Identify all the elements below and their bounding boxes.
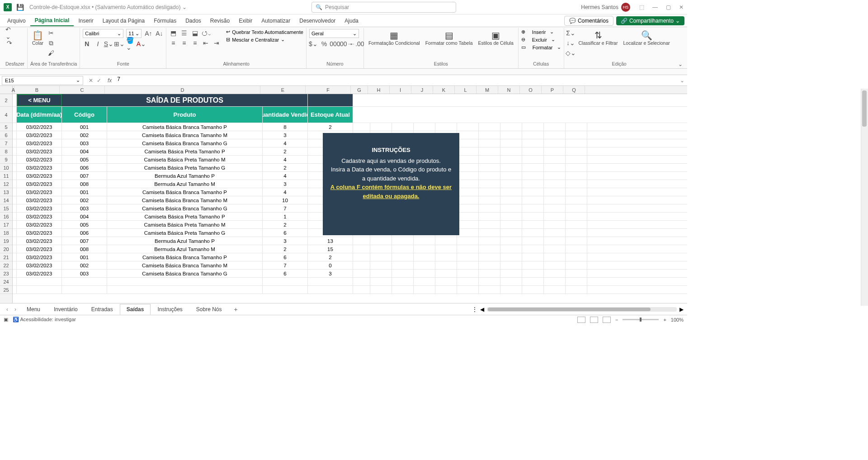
cell-date[interactable]: 03/02/2023	[17, 213, 62, 220]
ribbon-tab-desenvolvedor[interactable]: Desenvolvedor	[295, 16, 340, 26]
sheet-title[interactable]: SAÍDA DE PRODUTOS	[62, 94, 308, 106]
cell[interactable]	[435, 237, 457, 245]
cell[interactable]	[435, 278, 457, 285]
cell[interactable]	[544, 164, 566, 171]
cell[interactable]	[544, 147, 566, 155]
ribbon-tab-automatizar[interactable]: Automatizar	[257, 16, 295, 26]
page-layout-view-button[interactable]	[590, 317, 598, 323]
cell[interactable]	[414, 278, 435, 285]
cell[interactable]	[17, 286, 62, 294]
cell-code[interactable]: 007	[62, 237, 107, 245]
cut-button[interactable]: ✂	[47, 29, 55, 37]
cell-stock[interactable]: 2	[308, 253, 353, 261]
cell[interactable]	[414, 123, 435, 131]
underline-button[interactable]: S⌄	[104, 40, 113, 48]
cell-product[interactable]: Camiseta Básica Branca Tamanho G	[107, 270, 263, 277]
cell[interactable]	[479, 156, 500, 163]
cell[interactable]	[500, 270, 522, 277]
cell[interactable]	[263, 286, 308, 294]
cancel-formula-icon[interactable]: ✕	[89, 77, 93, 84]
cell[interactable]	[479, 213, 500, 220]
cell-code[interactable]: 002	[62, 196, 107, 204]
sheet-options-icon[interactable]: ⋮	[472, 306, 477, 313]
row-header[interactable]: 23	[0, 270, 12, 278]
clear-button[interactable]: ◇⌄	[567, 49, 575, 57]
macro-record-icon[interactable]: ▣	[4, 317, 8, 322]
cell-date[interactable]: 03/02/2023	[17, 261, 62, 269]
cell-product[interactable]: Camiseta Básica Branca Tamanho G	[107, 139, 263, 147]
cell-date[interactable]: 03/02/2023	[17, 156, 62, 163]
user-info[interactable]: Hermes Santos HS	[581, 3, 630, 12]
sheet-nav-prev[interactable]: ‹	[4, 306, 11, 313]
cell[interactable]	[522, 270, 544, 277]
cell[interactable]	[13, 147, 17, 155]
format-table-button[interactable]: ▤Formatar como Tabela	[424, 29, 475, 47]
menu-button[interactable]: < MENU	[17, 94, 62, 106]
cell-date[interactable]: 03/02/2023	[17, 123, 62, 131]
cell[interactable]	[392, 270, 414, 277]
header-date[interactable]: Data (dd/mm/aa)	[17, 107, 62, 123]
cell-date[interactable]: 03/02/2023	[17, 204, 62, 212]
row-header[interactable]: 19	[0, 237, 12, 245]
borders-button[interactable]: ⊞⌄	[115, 40, 123, 48]
cell-product[interactable]: Bermuda Azul Tamanho P	[107, 237, 263, 245]
cell[interactable]	[457, 286, 479, 294]
cell[interactable]	[353, 270, 370, 277]
font-color-button[interactable]: A⌄	[137, 40, 145, 48]
cell-product[interactable]: Camiseta Básica Preta Tamanho M	[107, 156, 263, 163]
cell[interactable]	[435, 270, 457, 277]
cell-code[interactable]: 004	[62, 147, 107, 155]
cell[interactable]	[13, 94, 17, 106]
column-header[interactable]: D	[105, 86, 260, 94]
cell-qty[interactable]: 3	[263, 180, 308, 188]
indent-decrease-button[interactable]: ⇤	[202, 39, 210, 47]
cell[interactable]	[522, 237, 544, 245]
cell[interactable]	[566, 180, 587, 188]
cell[interactable]	[457, 131, 479, 139]
cell[interactable]	[13, 172, 17, 180]
expand-formula-icon[interactable]: ⌄	[677, 77, 687, 84]
cell[interactable]	[566, 245, 587, 253]
cell[interactable]	[479, 270, 500, 277]
ribbon-tab-ajuda[interactable]: Ajuda	[340, 16, 363, 26]
cell[interactable]	[392, 245, 414, 253]
cell-qty[interactable]: 4	[263, 139, 308, 147]
minimize-icon[interactable]: —	[652, 4, 658, 10]
cell[interactable]	[308, 286, 353, 294]
cell-qty[interactable]: 4	[263, 172, 308, 180]
cell-code[interactable]: 002	[62, 261, 107, 269]
column-header[interactable]: I	[390, 86, 411, 94]
cell-date[interactable]: 03/02/2023	[17, 131, 62, 139]
currency-button[interactable]: $⌄	[309, 40, 317, 48]
cell[interactable]	[522, 164, 544, 171]
cell[interactable]	[522, 261, 544, 269]
cell[interactable]	[457, 245, 479, 253]
row-header[interactable]: 17	[0, 221, 12, 229]
row-header[interactable]: 7	[0, 139, 12, 147]
cell[interactable]	[522, 286, 544, 294]
cell-code[interactable]: 008	[62, 245, 107, 253]
name-box[interactable]: E15⌄	[2, 76, 83, 85]
close-icon[interactable]: ✕	[679, 4, 684, 10]
cell[interactable]	[522, 139, 544, 147]
cell-product[interactable]: Camiseta Básica Branca Tamanho M	[107, 196, 263, 204]
cell[interactable]	[566, 123, 587, 131]
header-stock[interactable]: Estoque Atual	[308, 107, 353, 123]
cell[interactable]	[566, 139, 587, 147]
cell[interactable]	[566, 237, 587, 245]
cell[interactable]	[522, 278, 544, 285]
cell-code[interactable]: 008	[62, 180, 107, 188]
select-all-corner[interactable]	[0, 86, 13, 94]
cell[interactable]	[522, 180, 544, 188]
cell-code[interactable]: 006	[62, 229, 107, 237]
cell-code[interactable]: 004	[62, 213, 107, 220]
cell-date[interactable]: 03/02/2023	[17, 245, 62, 253]
cell-product[interactable]: Camiseta Básica Branca Tamanho M	[107, 261, 263, 269]
enter-formula-icon[interactable]: ✓	[97, 77, 101, 84]
cell[interactable]	[392, 237, 414, 245]
cell[interactable]	[457, 204, 479, 212]
cell[interactable]	[13, 204, 17, 212]
cell-product[interactable]: Camiseta Básica Branca Tamanho M	[107, 131, 263, 139]
cell[interactable]	[392, 278, 414, 285]
header-code[interactable]: Código	[62, 107, 107, 123]
